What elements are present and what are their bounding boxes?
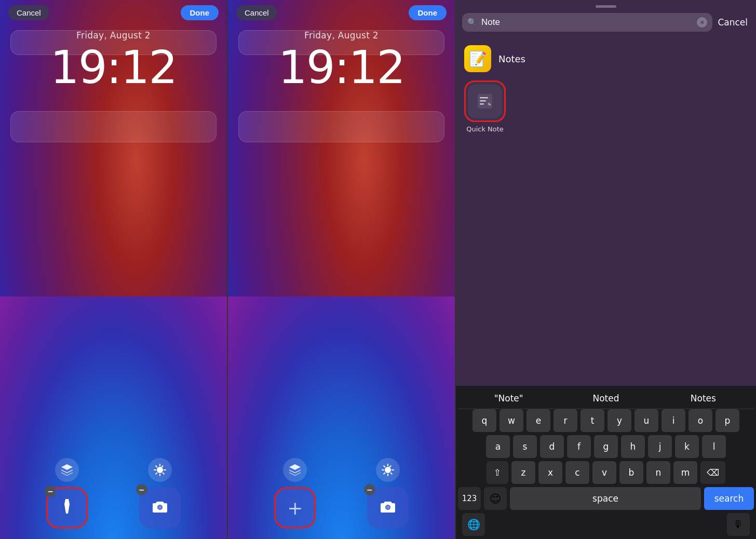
- key-shift[interactable]: ⇧: [487, 461, 508, 484]
- svg-rect-7: [480, 97, 488, 99]
- flashlight-icon: [59, 498, 75, 518]
- key-search[interactable]: search: [704, 487, 754, 510]
- phone-panel-2: Cancel Done Friday, August 2 19:12 +: [228, 0, 455, 539]
- key-v[interactable]: v: [592, 461, 616, 484]
- key-globe[interactable]: 🌐: [462, 513, 485, 536]
- key-g[interactable]: g: [594, 435, 618, 458]
- key-emoji[interactable]: 😊: [484, 487, 507, 510]
- top-bar-2: Cancel Done: [228, 0, 455, 23]
- search-panel: 🔍 ✕ Cancel Notes: [456, 0, 756, 539]
- key-z[interactable]: z: [511, 461, 535, 484]
- key-b[interactable]: b: [619, 461, 643, 484]
- clear-button[interactable]: ✕: [697, 17, 707, 28]
- camera-button-1[interactable]: −: [139, 487, 181, 529]
- key-y[interactable]: y: [608, 409, 631, 432]
- key-microphone[interactable]: 🎙: [727, 513, 750, 536]
- svg-point-3: [385, 467, 391, 473]
- layers-icon: [55, 458, 79, 482]
- key-q[interactable]: q: [473, 409, 496, 432]
- search-field[interactable]: 🔍 ✕: [462, 13, 712, 32]
- camera-icon-2: [380, 498, 396, 518]
- quick-note-item[interactable]: Quick Note: [464, 80, 506, 133]
- widget-bottom-1: [10, 111, 217, 142]
- done-button-1[interactable]: Done: [181, 5, 219, 20]
- key-e[interactable]: e: [526, 409, 550, 432]
- notes-app-row[interactable]: Notes: [464, 42, 748, 80]
- minus-badge-3: −: [364, 484, 375, 495]
- key-u[interactable]: u: [634, 409, 658, 432]
- camera-button-2[interactable]: −: [367, 487, 409, 529]
- key-i[interactable]: i: [662, 409, 685, 432]
- svg-rect-8: [480, 100, 486, 102]
- date-label-2: Friday, August 2: [228, 30, 455, 41]
- svg-point-0: [157, 467, 163, 473]
- date-label-1: Friday, August 2: [0, 30, 227, 41]
- key-l[interactable]: l: [702, 435, 726, 458]
- suggestion-noted[interactable]: Noted: [557, 393, 654, 403]
- key-n[interactable]: n: [646, 461, 670, 484]
- key-h[interactable]: h: [621, 435, 645, 458]
- suggestion-notes[interactable]: Notes: [655, 393, 752, 403]
- key-w[interactable]: w: [500, 409, 523, 432]
- key-row-5: 🌐 🎙: [458, 513, 754, 536]
- suggestion-note-quoted[interactable]: "Note": [460, 393, 557, 403]
- key-r[interactable]: r: [554, 409, 577, 432]
- key-backspace[interactable]: ⌫: [700, 461, 725, 484]
- quick-note-inner-icon: [468, 84, 502, 118]
- bottom-actions-1: − −: [0, 487, 227, 529]
- quick-note-icon-wrap: [464, 80, 506, 122]
- key-d[interactable]: d: [540, 435, 564, 458]
- phone-panel-1: Cancel Done Friday, August 2 19:12 −: [0, 0, 227, 539]
- brightness-icon-2: [376, 458, 400, 482]
- camera-icon-1: [152, 498, 168, 518]
- key-row-4: 123 😊 space search: [458, 487, 754, 510]
- keyboard: "Note" Noted Notes q w e r t y u i o p a…: [456, 386, 756, 539]
- svg-point-5: [386, 505, 389, 509]
- key-c[interactable]: c: [565, 461, 589, 484]
- flashlight-button[interactable]: −: [46, 487, 88, 529]
- bottom-actions-2: + −: [228, 487, 455, 529]
- key-row-1: q w e r t y u i o p: [458, 409, 754, 432]
- done-button-2[interactable]: Done: [409, 5, 447, 20]
- key-j[interactable]: j: [648, 435, 672, 458]
- quick-note-label: Quick Note: [466, 125, 504, 133]
- key-123[interactable]: 123: [458, 487, 481, 510]
- key-f[interactable]: f: [567, 435, 591, 458]
- bottom-icons-2: [228, 458, 455, 482]
- minus-badge-2: −: [136, 484, 147, 495]
- search-row: 🔍 ✕ Cancel: [456, 8, 756, 37]
- minus-badge-1: −: [45, 486, 56, 497]
- search-input[interactable]: [481, 17, 693, 28]
- key-x[interactable]: x: [538, 461, 562, 484]
- time-label-1: 19:12: [0, 41, 227, 94]
- widget-bottom-2: [238, 111, 444, 142]
- cancel-button-2[interactable]: Cancel: [236, 5, 277, 20]
- notes-app-name: Notes: [498, 53, 525, 64]
- key-p[interactable]: p: [716, 409, 739, 432]
- search-icon: 🔍: [467, 18, 477, 27]
- key-row-3: ⇧ z x c v b n m ⌫: [458, 461, 754, 484]
- time-label-2: 19:12: [228, 41, 455, 94]
- svg-point-2: [158, 505, 161, 509]
- notes-app-icon: [464, 45, 491, 72]
- layers-icon-2: [283, 458, 307, 482]
- add-button[interactable]: +: [274, 487, 316, 529]
- key-a[interactable]: a: [486, 435, 510, 458]
- svg-rect-9: [480, 103, 484, 105]
- key-s[interactable]: s: [513, 435, 537, 458]
- cancel-button-1[interactable]: Cancel: [8, 5, 49, 20]
- bottom-icons-1: [0, 458, 227, 482]
- key-k[interactable]: k: [675, 435, 699, 458]
- top-bar-1: Cancel Done: [0, 0, 227, 23]
- brightness-icon: [148, 458, 172, 482]
- key-m[interactable]: m: [673, 461, 697, 484]
- suggestions-row: "Note" Noted Notes: [458, 389, 754, 409]
- cancel-search-button[interactable]: Cancel: [718, 17, 748, 28]
- key-row-2: a s d f g h j k l: [458, 435, 754, 458]
- plus-icon: +: [287, 497, 303, 519]
- key-t[interactable]: t: [580, 409, 604, 432]
- results-section: Notes Quick Note: [456, 37, 756, 386]
- key-space[interactable]: space: [510, 487, 701, 510]
- key-o[interactable]: o: [688, 409, 712, 432]
